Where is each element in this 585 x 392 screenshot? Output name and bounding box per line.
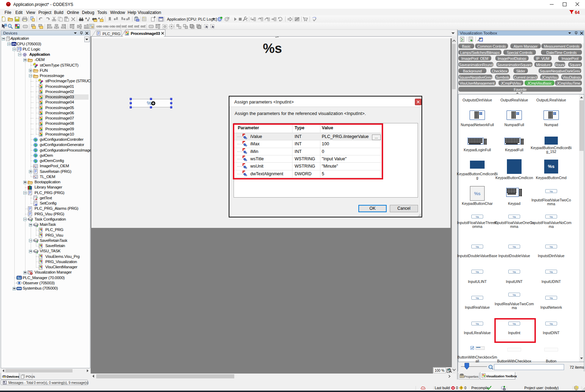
svg-text:B: B bbox=[87, 19, 89, 22]
svg-text:A: A bbox=[98, 17, 100, 20]
svg-text:M: M bbox=[35, 203, 37, 206]
svg-text:CPU: CPU bbox=[12, 43, 16, 45]
svg-text:A: A bbox=[35, 198, 37, 201]
svg-text:PLC: PLC bbox=[17, 276, 21, 278]
